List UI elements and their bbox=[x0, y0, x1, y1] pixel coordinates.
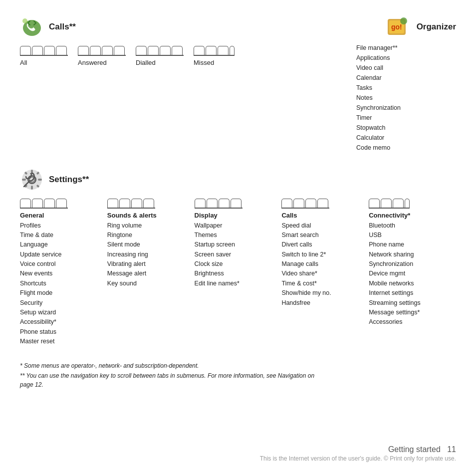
list-item: Speed dial bbox=[281, 221, 364, 231]
tab-arch bbox=[219, 199, 230, 208]
tab-label-all: All bbox=[20, 59, 27, 66]
tab-arch bbox=[90, 46, 101, 55]
tab-graphic-answered bbox=[78, 46, 126, 56]
organizer-item: Synchronization bbox=[356, 103, 456, 113]
tab-arch bbox=[78, 46, 89, 55]
list-item: Handsfree bbox=[281, 298, 364, 308]
list-item: Accessibility* bbox=[20, 317, 102, 327]
list-item: Video share* bbox=[281, 269, 364, 278]
calls-icon bbox=[20, 15, 44, 39]
calls-items: Speed dial Smart search Divert calls Swi… bbox=[281, 221, 364, 308]
settings-title: Settings** bbox=[49, 175, 89, 185]
list-item: Edit line names* bbox=[195, 279, 277, 288]
general-items: Profiles Time & date Language Update ser… bbox=[20, 221, 102, 347]
connectivity-items: Bluetooth USB Phone name Network sharing… bbox=[369, 221, 451, 327]
tab-arch bbox=[102, 46, 113, 55]
tab-arch bbox=[293, 199, 304, 208]
settings-column-sounds: Sounds & alerts Ring volume Ringtone Sil… bbox=[107, 199, 195, 346]
display-items: Wallpaper Themes Startup screen Screen s… bbox=[195, 221, 277, 289]
list-item: Screen saver bbox=[195, 250, 277, 259]
list-item: Profiles bbox=[20, 221, 102, 231]
tab-arch bbox=[231, 199, 241, 208]
tab-arch bbox=[44, 46, 55, 55]
tab-line bbox=[194, 55, 235, 56]
footer-title: Getting started 11 bbox=[260, 445, 456, 454]
organizer-icon: go! bbox=[385, 15, 409, 39]
organizer-section: go! Organizer File manager** Application… bbox=[356, 15, 456, 153]
tab-graphic-dialled bbox=[136, 46, 184, 56]
tab-label-dialled: Dialled bbox=[136, 59, 156, 66]
tab-label-answered: Answered bbox=[78, 59, 107, 66]
list-item: Setup wizard bbox=[20, 308, 102, 317]
tab-graphic-missed bbox=[194, 46, 236, 56]
list-item: Phone name bbox=[369, 240, 451, 249]
footnote-1: * Some menus are operator-, network- and… bbox=[20, 361, 369, 370]
tab-graphic-connectivity bbox=[369, 199, 451, 209]
list-item: Bluetooth bbox=[369, 221, 451, 231]
settings-icon bbox=[20, 168, 44, 192]
tab-arch bbox=[20, 199, 31, 208]
tab-line bbox=[20, 55, 68, 56]
list-item: Themes bbox=[195, 231, 277, 240]
organizer-header: go! Organizer bbox=[356, 15, 456, 39]
tab-graphic-display bbox=[195, 199, 277, 209]
tab-arch bbox=[194, 46, 205, 55]
list-item: Message alert bbox=[107, 269, 190, 278]
tab-arch bbox=[218, 46, 229, 55]
tab-graphic-general bbox=[20, 199, 102, 209]
list-item: Phone status bbox=[20, 327, 102, 337]
tab-arch bbox=[44, 199, 55, 208]
tab-arch bbox=[136, 46, 147, 55]
calls-tabs-row: All Answered bbox=[20, 46, 356, 66]
list-item: Silent mode bbox=[107, 240, 190, 249]
organizer-item: Calculator bbox=[356, 133, 456, 143]
list-item: Message settings* bbox=[369, 308, 451, 317]
footnotes: * Some menus are operator-, network- and… bbox=[20, 361, 369, 389]
organizer-item: File manager** bbox=[356, 43, 456, 53]
tab-arch bbox=[32, 199, 43, 208]
list-item: Update service bbox=[20, 250, 102, 259]
sounds-items: Ring volume Ringtone Silent mode Increas… bbox=[107, 221, 190, 289]
tab-line bbox=[369, 208, 410, 209]
tab-arch bbox=[119, 199, 130, 208]
list-item: Internet settings bbox=[369, 288, 451, 298]
list-item: Voice control bbox=[20, 259, 102, 269]
column-title-sounds: Sounds & alerts bbox=[107, 212, 190, 219]
column-title-connectivity: Connectivity* bbox=[369, 212, 451, 219]
svg-point-1 bbox=[22, 18, 27, 23]
calls-header: Calls** bbox=[20, 15, 356, 39]
tab-arch bbox=[148, 46, 159, 55]
tab-graphic-calls-col bbox=[281, 199, 364, 209]
page-footer: Getting started 11 This is the Internet … bbox=[260, 445, 456, 462]
list-item: Show/hide my no. bbox=[281, 288, 364, 298]
footer-page: 11 bbox=[447, 445, 456, 454]
tab-arch bbox=[281, 199, 292, 208]
tab-arch bbox=[131, 199, 142, 208]
svg-rect-12 bbox=[38, 179, 42, 181]
tab-arch bbox=[56, 199, 67, 208]
list-item: Time & date bbox=[20, 231, 102, 240]
settings-section: Settings** General Profiles T bbox=[20, 168, 456, 346]
settings-column-connectivity: Connectivity* Bluetooth USB Phone name N… bbox=[369, 199, 456, 346]
organizer-list: File manager** Applications Video call C… bbox=[356, 43, 456, 153]
list-item: Switch to line 2* bbox=[281, 250, 364, 259]
list-item: Key sound bbox=[107, 279, 190, 288]
organizer-item: Applications bbox=[356, 53, 456, 63]
list-item: Device mgmt bbox=[369, 269, 451, 278]
top-row: Calls** All bbox=[20, 15, 456, 153]
list-item: Vibrating alert bbox=[107, 259, 190, 269]
tab-arch bbox=[160, 46, 171, 55]
tab-arch bbox=[172, 46, 183, 55]
list-item: Accessories bbox=[369, 317, 451, 327]
svg-point-5 bbox=[400, 17, 407, 24]
svg-rect-11 bbox=[22, 179, 26, 181]
list-item: Ringtone bbox=[107, 231, 190, 240]
tab-arch bbox=[381, 199, 392, 208]
footnote-2a: ** You can use the navigation key to scr… bbox=[20, 372, 314, 379]
settings-column-display: Display Wallpaper Themes Startup screen … bbox=[195, 199, 282, 346]
list-item: Smart search bbox=[281, 231, 364, 240]
tab-arch bbox=[143, 199, 154, 208]
list-item: Startup screen bbox=[195, 240, 277, 249]
tab-line bbox=[195, 208, 242, 209]
calls-section: Calls** All bbox=[20, 15, 356, 153]
